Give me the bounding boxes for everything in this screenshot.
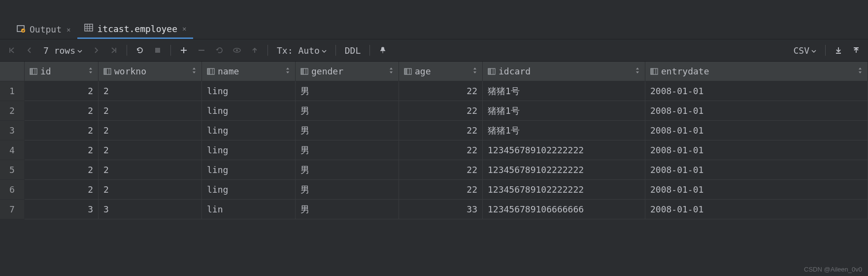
cell-age[interactable]: 22 (399, 180, 483, 200)
cell-name[interactable]: ling (202, 121, 296, 140)
cell-age[interactable]: 22 (399, 140, 483, 160)
cell-gender[interactable]: 男 (296, 101, 399, 121)
sort-icon[interactable] (472, 67, 477, 75)
cell-workno[interactable]: 2 (99, 180, 202, 200)
cell-name[interactable]: ling (202, 101, 296, 121)
separator (825, 45, 826, 56)
cell-id[interactable]: 3 (25, 200, 99, 219)
column-header-idcard[interactable]: idcard (483, 62, 645, 81)
column-header-name[interactable]: name (202, 62, 296, 81)
cell-idcard[interactable]: 猪猪1号 (483, 81, 645, 101)
cell-id[interactable]: 2 (25, 121, 99, 140)
tx-mode-dropdown[interactable]: Tx: Auto (273, 45, 331, 56)
delete-row-button[interactable] (194, 42, 209, 58)
sort-icon[interactable] (192, 67, 197, 75)
svg-rect-2 (85, 24, 93, 31)
column-icon (404, 68, 412, 75)
cell-workno[interactable]: 2 (99, 160, 202, 180)
cell-age[interactable]: 22 (399, 81, 483, 101)
cell-entrydate[interactable]: 2008-01-01 (645, 180, 868, 200)
cell-idcard[interactable]: 123456789102222222 (483, 160, 645, 180)
row-number[interactable]: 6 (0, 180, 25, 200)
cell-entrydate[interactable]: 2008-01-01 (645, 81, 868, 101)
cell-gender[interactable]: 男 (296, 140, 399, 160)
row-count-dropdown[interactable]: 7 rows (39, 45, 86, 56)
sort-icon[interactable] (389, 67, 394, 75)
cell-idcard[interactable]: 123456789102222222 (483, 140, 645, 160)
close-icon[interactable]: ✕ (67, 26, 70, 34)
reload-button[interactable] (132, 42, 148, 58)
column-header-gender[interactable]: gender (296, 62, 399, 81)
add-row-button[interactable] (176, 42, 192, 58)
sort-icon[interactable] (285, 67, 290, 75)
column-icon (488, 68, 496, 75)
preview-button[interactable] (229, 42, 245, 58)
cell-name[interactable]: ling (202, 180, 296, 200)
sort-icon[interactable] (88, 67, 93, 75)
cell-id[interactable]: 2 (25, 81, 99, 101)
cell-id[interactable]: 2 (25, 160, 99, 180)
sort-icon[interactable] (858, 67, 863, 75)
cell-entrydate[interactable]: 2008-01-01 (645, 101, 868, 121)
download-button[interactable] (831, 42, 846, 58)
cell-gender[interactable]: 男 (296, 160, 399, 180)
prev-page-button[interactable] (22, 42, 37, 58)
cell-age[interactable]: 33 (399, 200, 483, 219)
cell-name[interactable]: lin (202, 200, 296, 219)
row-number[interactable]: 4 (0, 140, 25, 160)
separator (170, 45, 171, 56)
cell-workno[interactable]: 2 (99, 121, 202, 140)
cell-workno[interactable]: 2 (99, 81, 202, 101)
revert-button[interactable] (211, 42, 227, 58)
close-icon[interactable]: ✕ (182, 25, 186, 33)
separator (369, 45, 370, 56)
cell-id[interactable]: 2 (25, 180, 99, 200)
tab-output[interactable]: Output ✕ (10, 20, 77, 39)
cell-name[interactable]: ling (202, 81, 296, 101)
first-page-button[interactable] (4, 42, 20, 58)
cell-entrydate[interactable]: 2008-01-01 (645, 121, 868, 140)
cell-entrydate[interactable]: 2008-01-01 (645, 200, 868, 219)
cell-gender[interactable]: 男 (296, 180, 399, 200)
export-format-dropdown[interactable]: CSV (789, 45, 820, 56)
cell-workno[interactable]: 2 (99, 101, 202, 121)
last-page-button[interactable] (106, 42, 122, 58)
cell-gender[interactable]: 男 (296, 121, 399, 140)
stop-button[interactable] (150, 42, 166, 58)
row-number[interactable]: 5 (0, 160, 25, 180)
column-label: idcard (499, 66, 531, 76)
cell-entrydate[interactable]: 2008-01-01 (645, 140, 868, 160)
column-header-age[interactable]: age (399, 62, 483, 81)
row-number[interactable]: 1 (0, 81, 25, 101)
row-number[interactable]: 3 (0, 121, 25, 140)
cell-gender[interactable]: 男 (296, 81, 399, 101)
cell-gender[interactable]: 男 (296, 200, 399, 219)
commit-button[interactable] (247, 42, 263, 58)
column-icon (650, 68, 658, 75)
cell-id[interactable]: 2 (25, 140, 99, 160)
upload-button[interactable] (848, 42, 864, 58)
tab-table[interactable]: itcast.employee ✕ (77, 20, 193, 39)
ddl-button[interactable]: DDL (341, 45, 365, 56)
cell-workno[interactable]: 3 (99, 200, 202, 219)
cell-entrydate[interactable]: 2008-01-01 (645, 160, 868, 180)
cell-name[interactable]: ling (202, 160, 296, 180)
next-page-button[interactable] (88, 42, 104, 58)
column-header-entrydate[interactable]: entrydate (645, 62, 868, 81)
cell-id[interactable]: 2 (25, 101, 99, 121)
cell-idcard[interactable]: 123456789106666666 (483, 200, 645, 219)
cell-age[interactable]: 22 (399, 160, 483, 180)
cell-workno[interactable]: 2 (99, 140, 202, 160)
cell-idcard[interactable]: 猪猪1号 (483, 101, 645, 121)
cell-name[interactable]: ling (202, 140, 296, 160)
cell-age[interactable]: 22 (399, 101, 483, 121)
row-number[interactable]: 2 (0, 101, 25, 121)
cell-age[interactable]: 22 (399, 121, 483, 140)
row-number[interactable]: 7 (0, 200, 25, 219)
cell-idcard[interactable]: 123456789102222222 (483, 180, 645, 200)
cell-idcard[interactable]: 猪猪1号 (483, 121, 645, 140)
column-header-id[interactable]: id (25, 62, 99, 81)
pin-button[interactable] (375, 42, 391, 58)
column-header-workno[interactable]: workno (99, 62, 202, 81)
sort-icon[interactable] (635, 67, 640, 75)
